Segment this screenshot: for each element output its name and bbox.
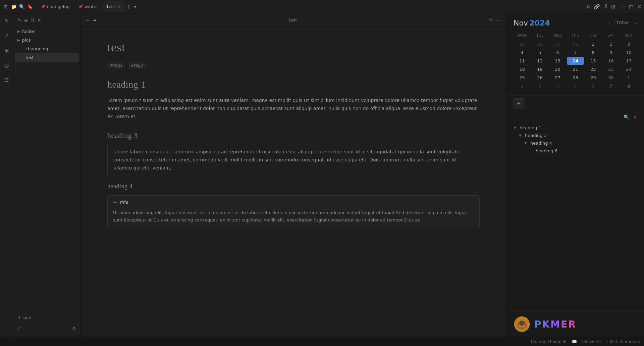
char-count: 1,093 characters [606,339,640,344]
new-folder-icon[interactable]: ⊕ [24,17,28,23]
tag-icon[interactable]: # [603,4,608,10]
tab-changelog[interactable]: 📌 changelog [37,1,74,12]
sidebar-close-icon[interactable]: ✕ [37,17,41,23]
calendar-day[interactable]: 22 [585,65,602,73]
calendar-day[interactable]: 10 [620,49,637,56]
tag-2[interactable]: #tag2 [128,62,146,68]
search-icon[interactable]: 🔍 [19,4,25,10]
new-tab-icon[interactable]: + [125,4,131,10]
sidebar-item-changelog[interactable]: changelog [15,44,79,53]
close-button[interactable]: ✕ [637,4,641,9]
calendar-day[interactable]: 13 [549,57,566,65]
calendar-day[interactable]: 1 [620,74,637,82]
sidebar-item-test[interactable]: test [15,53,79,62]
calendar-day[interactable]: 29 [531,40,548,48]
calendar-today-button[interactable]: TODAY [614,20,631,26]
calendar-day[interactable]: 5 [531,49,548,56]
calendar-day[interactable]: 24 [620,65,637,73]
calendar-day[interactable]: 16 [602,57,620,65]
toc-item-h3[interactable]: ▼heading 3 [514,132,637,139]
calendar-day[interactable]: 9 [602,49,620,56]
sidebar-item-folder[interactable]: ▶ folder [15,27,79,36]
tab-test[interactable]: test ✕ [103,1,125,12]
toc-item-h4[interactable]: ▼heading 4 [514,139,637,147]
toc-item-h1[interactable]: ▼heading 1 [514,124,637,132]
settings-icon[interactable]: ⚙ [72,326,76,331]
link-icon[interactable]: 🔗 [594,4,600,10]
calendar-day[interactable]: 7 [602,82,620,90]
calendar-day[interactable]: 3 [531,82,548,90]
calendar-day[interactable]: 30 [549,40,566,48]
calendar-day[interactable]: 5 [567,82,584,90]
edit-icon[interactable]: ✎ [489,17,493,23]
calendar-day[interactable]: 8 [585,49,602,56]
toc-toolbar: 🔍 ✕ [507,112,644,122]
calendar-day[interactable]: 2 [602,40,620,48]
calendar-day[interactable]: 11 [514,57,531,65]
table-view-icon[interactable]: ⊞ [611,4,615,10]
more-options-icon[interactable]: ⋯ [496,17,501,23]
calendar-day[interactable]: 7 [567,49,584,56]
calendar-day[interactable]: 2 [514,82,531,90]
quick-switch-icon[interactable]: ↗ [2,31,11,40]
folder-icon[interactable]: 📁 [11,4,17,10]
split-view-icon[interactable]: ⧉ [587,4,590,10]
sort-icon[interactable]: ⇅ [31,17,35,23]
calendar-prev-icon[interactable]: ‹ [608,20,610,26]
calendar-day[interactable]: 17 [620,57,637,65]
tab-winter[interactable]: 📌 winter [74,1,102,12]
calendar-day[interactable]: 28 [567,74,584,82]
sidebar-changelog-label: changelog [25,46,48,51]
calendar-day[interactable]: 26 [531,74,548,82]
calendar-week: 45678910 [514,49,637,56]
calendar-day[interactable]: 31 [567,40,584,48]
calendar-day[interactable]: 1 [585,40,602,48]
calendar-day[interactable]: 27 [549,74,566,82]
calendar-day[interactable]: 3 [620,40,637,48]
calendar-day[interactable]: 25 [514,74,531,82]
tab-close-icon[interactable]: ✕ [117,4,121,9]
toc-chevron-icon: ▼ [519,134,523,137]
new-note-icon[interactable]: ✎ [17,17,21,23]
calendar-header: Nov 2024 ‹ TODAY › [514,19,637,27]
calendar-day[interactable]: 14 [567,57,584,65]
database-icon[interactable]: ☰ [2,75,11,85]
calendar-day[interactable]: 28 [514,40,531,48]
calendar-day[interactable]: 15 [585,57,602,65]
back-icon[interactable]: ← [86,17,90,23]
calendar-day[interactable]: 21 [567,65,584,73]
calendar-day[interactable]: 6 [549,49,566,56]
toc-toggle-button[interactable]: ☰ [514,98,524,109]
help-icon[interactable]: ? [17,326,20,331]
tag-1[interactable]: #tag1 [107,62,125,68]
sidebar-toggle-icon[interactable]: ⊞ [3,4,9,10]
notes-icon[interactable]: ✎ [2,16,11,26]
panels-icon[interactable]: ⊞ [2,46,11,55]
graph-icon[interactable]: ◎ [2,60,11,70]
calendar-day[interactable]: 29 [585,74,602,82]
calendar-day[interactable]: 18 [514,65,531,73]
sidebar-bottom[interactable]: ⬆ sigh [13,313,80,323]
forward-icon[interactable]: → [93,17,97,23]
calendar-day[interactable]: 4 [514,49,531,56]
bookmark-icon[interactable]: 🔖 [27,4,33,10]
calendar-day[interactable]: 20 [549,65,566,73]
calendar-day[interactable]: 4 [549,82,566,90]
sidebar-item-pics[interactable]: ▶ pics [15,36,79,44]
change-theme-button[interactable]: Change Theme ☀ [531,339,567,344]
tab-dropdown-icon[interactable]: ▾ [132,4,138,10]
word-count: 165 words [581,339,602,344]
calendar-day[interactable]: 8 [620,82,637,90]
calendar-day[interactable]: 19 [531,65,548,73]
toc-item-h6[interactable]: heading 6 [514,147,637,155]
toc-search-icon[interactable]: 🔍 [624,114,629,120]
toc-close-icon[interactable]: ✕ [633,114,637,120]
calendar-day[interactable]: 30 [602,74,620,82]
calendar-day[interactable]: 12 [531,57,548,65]
editor-container[interactable]: test #tag1 #tag2 heading 1 Lorem ipsum t… [80,27,506,337]
restore-button[interactable]: □ [629,4,633,9]
calendar-day[interactable]: 23 [602,65,620,73]
calendar-next-icon[interactable]: › [635,20,637,26]
calendar-day[interactable]: 6 [585,82,602,90]
minimize-button[interactable]: ─ [622,4,625,9]
